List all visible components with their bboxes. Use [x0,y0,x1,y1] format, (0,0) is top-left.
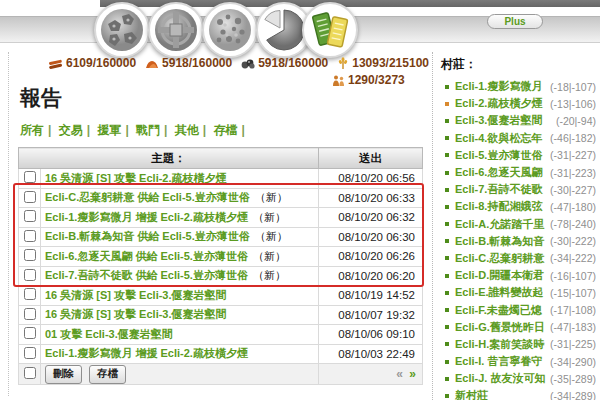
archive-button[interactable]: 存檔 [89,365,126,384]
village-coordinates: (-46|-182) [550,132,596,144]
filter-separator: | [87,123,90,137]
clay-amount: 5918/160000 [162,56,232,70]
subject-column-header: 主題： [19,148,319,169]
wood-icon [48,58,63,69]
report-checkbox[interactable] [24,327,36,339]
report-subject-link[interactable]: Ecli-1.瘦影寫微月 增援 Ecli-2.疏枝橫夕煙 [41,211,248,223]
nav-village-overview-button[interactable] [94,2,150,58]
report-row: 16 吳清源 [S] 攻擊 Ecli-2.疏枝橫夕煙 08/10/20 06:5… [19,169,423,189]
report-sent-time: 08/10/07 19:32 [319,305,423,325]
village-link[interactable]: Ecli-B.斬棘為知音 [455,234,544,249]
report-subject-link[interactable]: 16 吳清源 [S] 攻擊 Ecli-2.疏枝橫夕煙 [41,172,227,184]
village-bullet-icon [445,188,449,192]
village-coordinates: (-15|-107) [550,287,596,299]
iron-resource: 5918/160000 [241,56,328,70]
wood-resource: 6109/160000 [48,56,136,70]
village-bullet-icon [445,222,449,226]
report-sent-time: 08/10/20 06:33 [319,188,423,208]
village-link[interactable]: Ecli-G.舊景恍昨日 [455,320,545,335]
left-dotted-separator [8,52,9,396]
village-coordinates: (-34|-290) [550,356,596,368]
plus-button[interactable]: Plus [487,14,543,29]
village-link[interactable]: Ecli-1.瘦影寫微月 [455,79,542,94]
nav-village-centre-button[interactable] [148,2,204,58]
village-link[interactable]: Ecli-E.誰料變故起 [455,285,544,300]
report-checkbox[interactable] [24,230,36,242]
report-checkbox[interactable] [24,210,36,222]
village-link[interactable]: Ecli-C.忍棄躬耕意 [455,251,544,266]
filter-link[interactable]: 戰鬥 [136,123,160,137]
previous-page-arrow[interactable]: « [396,367,403,381]
village-link[interactable]: Ecli-3.偃蹇岩壑間 [455,113,542,128]
village-link[interactable]: Ecli-6.忽逐天風翩 [455,165,542,180]
report-row: Ecli-B.斬棘為知音 供給 Ecli-5.豈亦薄世俗（新） 08/10/20… [19,227,423,247]
filter-separator: | [164,123,167,137]
village-list-item: Ecli-F.未盡燭已熄 (-17|-108) [441,301,596,318]
report-subject-link[interactable]: Ecli-6.忽逐天風翩 供給 Ecli-5.豈亦薄世俗 [41,250,248,262]
report-subject-link[interactable]: 16 吳清源 [S] 攻擊 Ecli-3.偃蹇岩壑間 [41,308,227,320]
report-subject-link[interactable]: Ecli-7.吾詩不徒歌 供給 Ecli-5.豈亦薄世俗 [41,269,248,281]
village-bullet-icon [445,85,449,89]
village-list-item: Ecli-I. 昔言寧眷守 (-34|-290) [441,353,596,370]
village-sidebar: 村莊： Ecli-1.瘦影寫微月 (-18|-107) Ecli-2.疏枝橫夕煙… [432,52,598,400]
village-link[interactable]: Ecli-7.吾詩不徒歌 [455,182,542,197]
village-link[interactable]: 新村莊 [455,388,488,400]
filter-link[interactable]: 所有 [20,123,44,137]
village-bullet-icon [445,377,449,381]
village-link[interactable]: Ecli-D.開疆本衛君 [455,268,544,283]
village-link[interactable]: Ecli-2.疏枝橫夕煙 [455,96,542,111]
village-link[interactable]: Ecli-4.欲與松忘年 [455,131,542,146]
village-coordinates: (-31|-227) [550,149,596,161]
report-checkbox[interactable] [24,171,36,183]
report-checkbox[interactable] [24,191,36,203]
village-bullet-icon [445,291,449,295]
free-crop-icon [332,75,345,86]
next-page-arrow[interactable]: » [409,367,416,381]
village-link[interactable]: Ecli-J. 故友汝可知 [455,371,545,386]
report-subject-link[interactable]: 16 吳清源 [S] 攻擊 Ecli-3.偃蹇岩壑間 [41,289,227,301]
report-subject-link[interactable]: Ecli-B.斬棘為知音 供給 Ecli-5.豈亦薄世俗 [41,230,250,242]
filter-link[interactable]: 交易 [59,123,83,137]
report-row: 01 攻擊 Ecli-3.偃蹇岩壑間 08/10/06 09:10 [19,325,423,345]
village-link[interactable]: Ecli-8.持配湘娥弦 [455,199,542,214]
report-checkbox[interactable] [24,269,36,281]
report-subject-link[interactable]: Ecli-C.忍棄躬耕意 供給 Ecli-5.豈亦薄世俗 [41,191,250,203]
report-checkbox[interactable] [24,347,36,359]
report-sent-time: 08/10/19 14:52 [319,286,423,306]
village-link[interactable]: Ecli-5.豈亦薄世俗 [455,148,542,163]
report-subject-link[interactable]: 01 攻擊 Ecli-3.偃蹇岩壑間 [41,328,173,340]
report-sent-time: 08/10/03 22:49 [319,344,423,364]
village-coordinates: (-34|-222) [550,252,596,264]
village-link[interactable]: Ecli-H.案前笑談時 [455,337,544,352]
village-list-item: Ecli-1.瘦影寫微月 (-18|-107) [441,78,596,95]
report-checkbox[interactable] [24,288,36,300]
report-filter-links: 所有| 交易| 援軍| 戰鬥| 其他| 存檔| [20,122,249,139]
reports-table: 主題： 送出 16 吳清源 [S] 攻擊 Ecli-2.疏枝橫夕煙 08/10/… [18,147,423,385]
nav-map-button[interactable] [202,2,258,58]
iron-amount: 5918/160000 [258,56,328,70]
filter-link[interactable]: 存檔 [214,123,238,137]
village-link[interactable]: Ecli-I. 昔言寧眷守 [455,354,542,369]
report-row: 16 吳清源 [S] 攻擊 Ecli-3.偃蹇岩壑間 08/10/07 19:3… [19,305,423,325]
report-sent-time: 08/10/06 09:10 [319,325,423,345]
village-bullet-icon [445,205,449,209]
village-link[interactable]: Ecli-F.未盡燭已熄 [455,303,542,318]
village-link[interactable]: Ecli-A.允諾踏千里 [455,217,544,232]
filter-separator: | [242,123,245,137]
village-list-item: Ecli-2.疏枝橫夕煙 (-13|-106) [441,95,596,112]
village-bullet-icon [445,136,449,140]
village-list-item: Ecli-G.舊景恍昨日 (-47|-183) [441,319,596,336]
select-all-checkbox[interactable] [24,367,36,379]
filter-link[interactable]: 其他 [175,123,199,137]
nav-reports-button[interactable] [302,2,358,58]
village-bullet-icon [445,239,449,243]
report-checkbox[interactable] [24,249,36,261]
filter-link[interactable]: 援軍 [97,123,121,137]
report-subject-link[interactable]: Ecli-1.瘦影寫微月 增援 Ecli-2.疏枝橫夕煙 [41,347,248,359]
delete-button[interactable]: 刪除 [45,365,82,384]
village-list: Ecli-1.瘦影寫微月 (-18|-107) Ecli-2.疏枝橫夕煙 (-1… [441,78,596,400]
filter-separator: | [203,123,206,137]
report-row: Ecli-1.瘦影寫微月 增援 Ecli-2.疏枝橫夕煙 08/10/03 22… [19,344,423,364]
page-title: 報告 [20,84,62,112]
report-checkbox[interactable] [24,308,36,320]
